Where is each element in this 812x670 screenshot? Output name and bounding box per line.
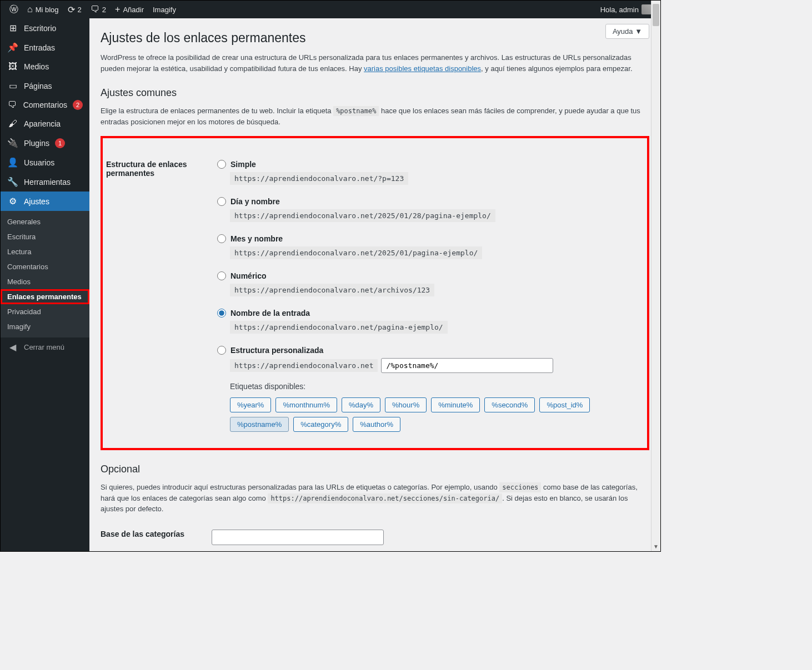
- tags-container: %year%%monthnum%%day%%hour%%minute%%seco…: [230, 397, 644, 432]
- option-postname: Nombre de la entrada https://aprendiendo…: [217, 309, 644, 334]
- menu-comments[interactable]: 🗨Comentarios2: [1, 95, 89, 114]
- submenu-reading[interactable]: Lectura: [1, 244, 89, 259]
- menu-users[interactable]: 👤Usuarios: [1, 153, 89, 172]
- help-tab[interactable]: Ayuda ▼: [605, 24, 649, 39]
- menu-appearance[interactable]: 🖌Apariencia: [1, 114, 89, 133]
- page-icon: ▭: [7, 80, 18, 91]
- sliders-icon: ⚙: [7, 196, 18, 206]
- menu-plugins[interactable]: 🔌Plugins1: [1, 133, 89, 153]
- tag-post_id[interactable]: %post_id%: [539, 397, 590, 412]
- code-example-url: https://aprendiendoconalvaro.net/seccion…: [268, 493, 502, 503]
- url-simple: https://aprendiendoconalvaro.net/?p=123: [230, 172, 408, 185]
- url-monthname: https://aprendiendoconalvaro.net/2025/01…: [230, 246, 482, 259]
- submenu-discussion[interactable]: Comentarios: [1, 259, 89, 274]
- option-numeric: Numérico https://aprendiendoconalvaro.ne…: [217, 271, 644, 296]
- menu-pages[interactable]: ▭Páginas: [1, 76, 89, 95]
- option-custom: Estructura personalizada https://aprendi…: [217, 346, 644, 432]
- submenu-media[interactable]: Medios: [1, 274, 89, 289]
- vertical-scrollbar[interactable]: ▲ ▼: [651, 1, 660, 551]
- tags-label: Etiquetas disponibles:: [230, 382, 644, 391]
- wp-logo[interactable]: ⓦ: [5, 1, 23, 18]
- radio-monthname[interactable]: [217, 234, 226, 243]
- intro-text: WordPress te ofrece la posibilidad de cr…: [101, 52, 649, 74]
- plus-icon: +: [115, 4, 120, 14]
- collapse-menu[interactable]: ◀Cerrar menú: [1, 337, 89, 357]
- radio-simple[interactable]: [217, 160, 226, 169]
- radio-postname[interactable]: [217, 309, 226, 318]
- admin-topbar: ⓦ ⌂Mi blog ⟳2 🗨2 +Añadir Imagify Hola, a…: [1, 1, 660, 18]
- postname-code: %postname%: [333, 106, 379, 116]
- scroll-down-icon[interactable]: ▼: [651, 542, 660, 551]
- menu-posts[interactable]: 📌Entradas: [1, 38, 89, 57]
- brush-icon: 🖌: [7, 119, 18, 129]
- updates-link[interactable]: ⟳2: [63, 1, 86, 18]
- plugin-icon: 🔌: [7, 138, 18, 148]
- radio-numeric[interactable]: [217, 271, 226, 280]
- settings-submenu: Generales Escritura Lectura Comentarios …: [1, 211, 89, 337]
- media-icon: 🖾: [7, 62, 18, 72]
- optional-heading: Opcional: [101, 464, 649, 475]
- comments-count: 2: [102, 6, 106, 14]
- menu-dashboard[interactable]: ⊞Escritorio: [1, 18, 89, 38]
- wrench-icon: 🔧: [7, 177, 18, 187]
- add-label: Añadir: [123, 6, 144, 14]
- tag-hour[interactable]: %hour%: [385, 397, 427, 412]
- tags-docs-link[interactable]: varias posibles etiquetas disponibles: [364, 64, 481, 73]
- radio-custom[interactable]: [217, 346, 226, 355]
- site-name: Mi blog: [36, 6, 59, 14]
- custom-base: https://aprendiendoconalvaro.net: [230, 359, 378, 372]
- home-icon: ⌂: [27, 4, 33, 14]
- url-postname: https://aprendiendoconalvaro.net/pagina-…: [230, 321, 448, 334]
- custom-input[interactable]: [381, 358, 553, 373]
- menu-settings[interactable]: ⚙Ajustes: [1, 192, 89, 211]
- tag-year[interactable]: %year%: [230, 397, 271, 412]
- url-dayname: https://aprendiendoconalvaro.net/2025/01…: [230, 209, 495, 222]
- add-new-link[interactable]: +Añadir: [111, 1, 148, 18]
- url-numeric: https://aprendiendoconalvaro.net/archivo…: [230, 284, 434, 296]
- pin-icon: 📌: [7, 42, 18, 53]
- content-area: Ayuda ▼ Ajustes de los enlaces permanent…: [89, 18, 660, 551]
- page-title: Ajustes de los enlaces permanentes: [101, 31, 649, 46]
- submenu-general[interactable]: Generales: [1, 214, 89, 229]
- cat-base-input[interactable]: [212, 530, 384, 545]
- site-name-link[interactable]: ⌂Mi blog: [23, 1, 63, 18]
- tag-second[interactable]: %second%: [484, 397, 535, 412]
- code-secciones: secciones: [499, 482, 541, 492]
- plugins-badge: 1: [55, 138, 65, 148]
- greeting: Hola, admin: [600, 6, 639, 14]
- comments-link[interactable]: 🗨2: [86, 1, 111, 18]
- submenu-permalinks[interactable]: Enlaces permanentes: [1, 289, 89, 304]
- comment-icon: 🗨: [91, 4, 99, 14]
- comments-badge: 2: [73, 100, 83, 110]
- updates-count: 2: [78, 6, 82, 14]
- common-heading: Ajustes comunes: [101, 87, 649, 99]
- tag-minute[interactable]: %minute%: [431, 397, 480, 412]
- submenu-writing[interactable]: Escritura: [1, 229, 89, 244]
- common-desc: Elige la estructura de enlaces permanent…: [101, 105, 649, 127]
- tag-postname[interactable]: %postname%: [230, 417, 289, 432]
- avatar-icon: [641, 4, 651, 14]
- tag-author[interactable]: %author%: [353, 417, 400, 432]
- submenu-privacy[interactable]: Privacidad: [1, 304, 89, 319]
- collapse-icon: ◀: [7, 342, 18, 352]
- admin-sidebar: ⊞Escritorio 📌Entradas 🖾Medios ▭Páginas 🗨…: [1, 18, 89, 551]
- refresh-icon: ⟳: [68, 4, 75, 15]
- submenu-imagify[interactable]: Imagify: [1, 319, 89, 334]
- highlighted-structure-box: Estructura de enlaces permanentes Simple…: [101, 136, 649, 450]
- wordpress-icon: ⓦ: [9, 4, 18, 16]
- tag-monthnum[interactable]: %monthnum%: [275, 397, 337, 412]
- menu-tools[interactable]: 🔧Herramientas: [1, 172, 89, 192]
- menu-media[interactable]: 🖾Medios: [1, 57, 89, 76]
- scroll-thumb[interactable]: [653, 4, 659, 26]
- tag-category[interactable]: %category%: [293, 417, 348, 432]
- user-icon: 👤: [7, 157, 18, 168]
- imagify-link[interactable]: Imagify: [148, 1, 181, 18]
- option-dayname: Día y nombre https://aprendiendoconalvar…: [217, 197, 644, 222]
- structure-label: Estructura de enlaces permanentes: [106, 160, 217, 432]
- radio-dayname[interactable]: [217, 197, 226, 206]
- optional-desc: Si quieres, puedes introducir aquí estru…: [101, 482, 649, 515]
- option-simple: Simple https://aprendiendoconalvaro.net/…: [217, 160, 644, 185]
- cat-base-label: Base de las categorías: [101, 530, 212, 545]
- tag-day[interactable]: %day%: [342, 397, 380, 412]
- account-menu[interactable]: Hola, admin: [596, 1, 656, 18]
